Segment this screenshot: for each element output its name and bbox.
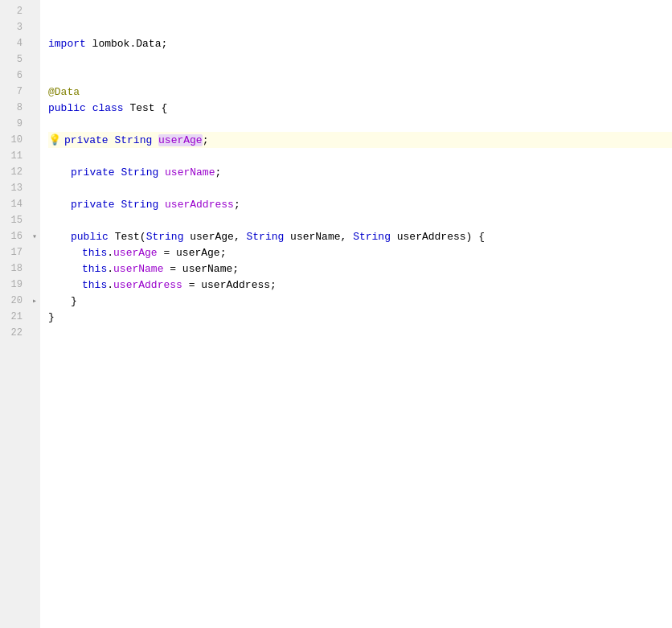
code-line-16: public Test ( String userAge, String use… (48, 228, 672, 244)
line-row-6: 6 (0, 68, 40, 84)
type-string-12: String (121, 166, 158, 179)
keyword-this-17: this (82, 247, 107, 259)
keyword-private-14: private (71, 199, 115, 211)
line-num-6: 6 (0, 70, 29, 81)
line-row-2: 2 (0, 3, 40, 19)
code-line-8: public class Test { (48, 100, 672, 116)
lightbulb-icon[interactable]: 💡 (48, 133, 61, 146)
keyword-private-12: private (71, 166, 115, 179)
line-row-5: 5 (0, 51, 40, 68)
line-num-15: 15 (0, 215, 29, 226)
code-line-15 (48, 212, 672, 228)
line-num-10: 10 (0, 134, 29, 146)
field-userage-highlight: userAge (158, 134, 203, 146)
import-class: Data (136, 38, 161, 50)
line-num-9: 9 (0, 118, 29, 129)
line-row-17: 17 (0, 244, 40, 261)
code-line-7: @Data (48, 84, 672, 100)
line-num-2: 2 (0, 6, 29, 17)
line-num-19: 19 (0, 279, 29, 290)
code-line-14: private String userAddress ; (48, 196, 672, 212)
import-semi: ; (161, 38, 167, 50)
code-line-12: private String userName ; (48, 164, 672, 180)
fold-20[interactable]: ▸ (29, 296, 40, 306)
line-num-13: 13 (0, 183, 29, 194)
param-type-1: String (146, 231, 184, 243)
field-username: userName (165, 166, 215, 179)
line-gutter: 2 3 4 5 6 7 8 9 (0, 0, 40, 628)
code-line-2 (48, 3, 672, 19)
line-num-3: 3 (0, 22, 29, 33)
constructor-test: Test (115, 231, 140, 243)
line-num-20: 20 (0, 295, 29, 306)
code-line-4: import lombok. Data ; (48, 35, 672, 51)
code-line-9 (48, 116, 672, 132)
line-num-17: 17 (0, 247, 29, 258)
line-num-5: 5 (0, 54, 29, 65)
line-num-16: 16 (0, 231, 29, 242)
field-useraddress: userAddress (165, 199, 234, 211)
keyword-this-19: this (82, 279, 107, 291)
closing-brace-class: } (48, 311, 55, 323)
line-row-12: 12 (0, 164, 40, 180)
keyword-private-10: private (64, 134, 109, 146)
line-row-20: 20 ▸ (0, 293, 40, 309)
classname-test: Test (129, 102, 154, 114)
keyword-this-18: this (82, 263, 107, 275)
code-line-11 (48, 148, 672, 164)
type-string-14: String (121, 199, 158, 211)
line-num-11: 11 (0, 150, 29, 162)
line-row-11: 11 (0, 148, 40, 164)
line-row-7: 7 (0, 84, 40, 100)
line-num-8: 8 (0, 102, 29, 113)
this-username: userName (113, 263, 163, 275)
code-line-17: this . userAge = userAge; (48, 244, 672, 261)
annotation-data: @Data (48, 86, 80, 98)
fold-16[interactable]: ▾ (29, 232, 40, 241)
code-line-6 (48, 68, 672, 84)
code-line-20: } (48, 293, 672, 309)
line-row-4: 4 (0, 35, 40, 51)
line-num-18: 18 (0, 263, 29, 274)
line-row-8: 8 (0, 100, 40, 116)
line-row-13: 13 (0, 180, 40, 196)
param-type-2: String (246, 231, 284, 243)
line-num-12: 12 (0, 166, 29, 178)
line-row-14: 14 (0, 196, 40, 212)
code-line-13 (48, 180, 672, 196)
line-row-19: 19 (0, 277, 40, 293)
import-path: lombok. (86, 38, 136, 50)
keyword-public-16: public (71, 231, 109, 243)
keyword-import: import (48, 38, 86, 50)
code-line-18: this . userName = userName; (48, 261, 672, 277)
line-row-18: 18 (0, 261, 40, 277)
closing-brace-method: } (71, 295, 77, 307)
line-row-15: 15 (0, 212, 40, 228)
this-useraddress: userAddress (113, 279, 182, 291)
code-line-10: 💡 private String userAge ; (48, 132, 672, 148)
code-line-3 (48, 19, 672, 35)
keyword-class: class (92, 102, 124, 114)
line-num-21: 21 (0, 311, 29, 322)
param-type-3: String (353, 231, 391, 243)
line-row-16: 16 ▾ (0, 228, 40, 244)
line-row-22: 22 (0, 325, 40, 341)
line-row-3: 3 (0, 19, 40, 35)
code-line-19: this . userAddress = userAddress; (48, 277, 672, 293)
field-userage: userAge (158, 134, 203, 146)
line-num-14: 14 (0, 199, 29, 210)
keyword-public-8: public (48, 102, 86, 114)
code-content[interactable]: import lombok. Data ; @Data public class… (40, 0, 672, 628)
line-row-21: 21 (0, 309, 40, 325)
line-row-10: 10 (0, 132, 40, 148)
code-line-5 (48, 51, 672, 68)
code-line-21: } (48, 309, 672, 325)
code-line-22 (48, 325, 672, 341)
type-string-10: String (114, 134, 152, 146)
line-num-7: 7 (0, 86, 29, 97)
line-row-9: 9 (0, 116, 40, 132)
code-editor: 2 3 4 5 6 7 8 9 (0, 0, 672, 628)
line-num-4: 4 (0, 38, 29, 49)
line-num-22: 22 (0, 327, 29, 339)
this-userage: userAge (113, 247, 158, 259)
